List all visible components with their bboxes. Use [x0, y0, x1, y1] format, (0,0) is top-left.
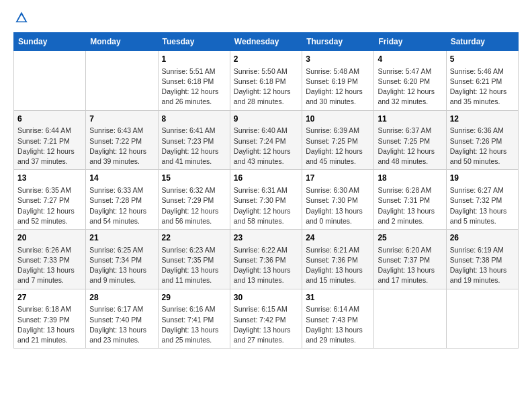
sunset-text: Sunset: 7:35 PM	[162, 256, 214, 264]
sunset-text: Sunset: 7:21 PM	[17, 137, 70, 145]
sunrise-text: Sunrise: 6:30 AM	[306, 186, 359, 194]
sunrise-text: Sunrise: 6:28 AM	[378, 186, 431, 194]
sunset-text: Sunset: 7:36 PM	[306, 256, 358, 264]
sunrise-text: Sunrise: 6:41 AM	[162, 126, 216, 134]
daylight-text: Daylight: 13 hours and 17 minutes.	[378, 266, 435, 284]
sunrise-text: Sunrise: 6:17 AM	[89, 305, 143, 313]
daylight-text: Daylight: 12 hours and 45 minutes.	[306, 147, 363, 165]
sunrise-text: Sunrise: 6:25 AM	[89, 246, 143, 254]
sunset-text: Sunset: 7:22 PM	[89, 137, 142, 145]
sunset-text: Sunset: 7:34 PM	[89, 256, 142, 264]
table-row: 4Sunrise: 5:47 AMSunset: 6:20 PMDaylight…	[374, 51, 446, 111]
table-row: 29Sunrise: 6:16 AMSunset: 7:41 PMDayligh…	[158, 289, 230, 349]
day-number: 5	[450, 54, 515, 65]
day-info: Sunrise: 6:20 AMSunset: 7:37 PMDaylight:…	[378, 245, 442, 286]
table-row: 20Sunrise: 6:26 AMSunset: 7:33 PMDayligh…	[14, 230, 86, 289]
sunset-text: Sunset: 7:27 PM	[17, 196, 70, 204]
logo-icon	[15, 11, 28, 24]
day-info: Sunrise: 6:14 AMSunset: 7:43 PMDaylight:…	[306, 304, 370, 345]
sunset-text: Sunset: 7:29 PM	[162, 196, 214, 204]
sunrise-text: Sunrise: 6:43 AM	[89, 126, 143, 134]
daylight-text: Daylight: 13 hours and 0 minutes.	[306, 207, 363, 225]
table-row: 24Sunrise: 6:21 AMSunset: 7:36 PMDayligh…	[302, 230, 374, 289]
sunset-text: Sunset: 7:41 PM	[162, 316, 214, 324]
col-monday: Monday	[86, 33, 158, 51]
day-info: Sunrise: 6:32 AMSunset: 7:29 PMDaylight:…	[162, 185, 226, 226]
day-number: 27	[17, 292, 82, 304]
sunset-text: Sunset: 7:30 PM	[306, 196, 358, 204]
logo	[13, 11, 28, 26]
sunset-text: Sunset: 7:37 PM	[378, 256, 430, 264]
day-number: 13	[17, 173, 82, 184]
sunset-text: Sunset: 7:43 PM	[306, 316, 358, 324]
sunset-text: Sunset: 7:39 PM	[17, 316, 70, 324]
day-info: Sunrise: 5:51 AMSunset: 6:18 PMDaylight:…	[162, 66, 226, 107]
day-info: Sunrise: 5:48 AMSunset: 6:19 PMDaylight:…	[306, 66, 370, 107]
table-row: 10Sunrise: 6:39 AMSunset: 7:25 PMDayligh…	[302, 110, 374, 170]
table-row	[14, 51, 86, 111]
day-number: 26	[450, 232, 515, 244]
sunrise-text: Sunrise: 6:32 AM	[162, 186, 216, 194]
daylight-text: Daylight: 13 hours and 21 minutes.	[17, 326, 75, 344]
day-number: 22	[162, 232, 226, 244]
table-row: 17Sunrise: 6:30 AMSunset: 7:30 PMDayligh…	[302, 170, 374, 230]
sunset-text: Sunset: 7:30 PM	[234, 196, 286, 204]
daylight-text: Daylight: 12 hours and 54 minutes.	[89, 207, 146, 225]
daylight-text: Daylight: 13 hours and 2 minutes.	[378, 207, 435, 225]
day-number: 28	[89, 292, 154, 304]
day-info: Sunrise: 6:16 AMSunset: 7:41 PMDaylight:…	[162, 304, 226, 345]
sunset-text: Sunset: 7:23 PM	[162, 137, 214, 145]
sunset-text: Sunset: 7:25 PM	[306, 137, 358, 145]
table-row: 11Sunrise: 6:37 AMSunset: 7:25 PMDayligh…	[374, 110, 446, 170]
table-row: 6Sunrise: 6:44 AMSunset: 7:21 PMDaylight…	[14, 110, 86, 170]
table-row: 9Sunrise: 6:40 AMSunset: 7:24 PMDaylight…	[230, 110, 302, 170]
day-number: 19	[450, 173, 515, 184]
day-info: Sunrise: 6:17 AMSunset: 7:40 PMDaylight:…	[89, 304, 154, 345]
daylight-text: Daylight: 12 hours and 26 minutes.	[162, 87, 219, 105]
day-info: Sunrise: 5:46 AMSunset: 6:21 PMDaylight:…	[450, 66, 515, 107]
sunrise-text: Sunrise: 6:27 AM	[450, 186, 504, 194]
sunset-text: Sunset: 6:21 PM	[450, 77, 502, 85]
table-row: 13Sunrise: 6:35 AMSunset: 7:27 PMDayligh…	[14, 170, 86, 230]
sunrise-text: Sunrise: 6:37 AM	[378, 126, 431, 134]
sunset-text: Sunset: 7:36 PM	[234, 256, 286, 264]
day-number: 25	[378, 232, 442, 244]
sunrise-text: Sunrise: 5:46 AM	[450, 67, 504, 75]
day-number: 9	[234, 113, 298, 125]
daylight-text: Daylight: 12 hours and 37 minutes.	[17, 147, 75, 165]
day-number: 23	[234, 232, 298, 244]
table-row: 14Sunrise: 6:33 AMSunset: 7:28 PMDayligh…	[86, 170, 158, 230]
day-info: Sunrise: 6:33 AMSunset: 7:28 PMDaylight:…	[89, 185, 154, 226]
sunset-text: Sunset: 7:33 PM	[17, 256, 70, 264]
daylight-text: Daylight: 13 hours and 19 minutes.	[450, 266, 507, 284]
daylight-text: Daylight: 12 hours and 56 minutes.	[162, 207, 219, 225]
daylight-text: Daylight: 13 hours and 13 minutes.	[234, 266, 291, 284]
day-info: Sunrise: 6:18 AMSunset: 7:39 PMDaylight:…	[17, 304, 82, 345]
day-info: Sunrise: 6:28 AMSunset: 7:31 PMDaylight:…	[378, 185, 442, 226]
day-number: 8	[162, 113, 226, 125]
day-info: Sunrise: 6:36 AMSunset: 7:26 PMDaylight:…	[450, 126, 515, 167]
daylight-text: Daylight: 13 hours and 5 minutes.	[450, 207, 507, 225]
daylight-text: Daylight: 13 hours and 15 minutes.	[306, 266, 363, 284]
table-row: 2Sunrise: 5:50 AMSunset: 6:18 PMDaylight…	[230, 51, 302, 111]
sunset-text: Sunset: 6:19 PM	[306, 77, 358, 85]
day-number: 3	[306, 54, 370, 65]
sunrise-text: Sunrise: 5:48 AM	[306, 67, 359, 75]
table-row	[86, 51, 158, 111]
table-row: 8Sunrise: 6:41 AMSunset: 7:23 PMDaylight…	[158, 110, 230, 170]
table-row: 30Sunrise: 6:15 AMSunset: 7:42 PMDayligh…	[230, 289, 302, 349]
daylight-text: Daylight: 12 hours and 52 minutes.	[17, 207, 75, 225]
sunset-text: Sunset: 7:32 PM	[450, 196, 502, 204]
daylight-text: Daylight: 12 hours and 48 minutes.	[378, 147, 435, 165]
day-number: 20	[17, 232, 82, 244]
day-number: 29	[162, 292, 226, 304]
table-row: 23Sunrise: 6:22 AMSunset: 7:36 PMDayligh…	[230, 230, 302, 289]
day-info: Sunrise: 6:43 AMSunset: 7:22 PMDaylight:…	[89, 126, 154, 167]
sunrise-text: Sunrise: 6:23 AM	[162, 246, 216, 254]
day-number: 11	[378, 113, 442, 125]
table-row	[374, 289, 446, 349]
daylight-text: Daylight: 12 hours and 30 minutes.	[306, 87, 363, 105]
day-info: Sunrise: 6:39 AMSunset: 7:25 PMDaylight:…	[306, 126, 370, 167]
day-number: 2	[234, 54, 298, 65]
sunset-text: Sunset: 7:31 PM	[378, 196, 430, 204]
